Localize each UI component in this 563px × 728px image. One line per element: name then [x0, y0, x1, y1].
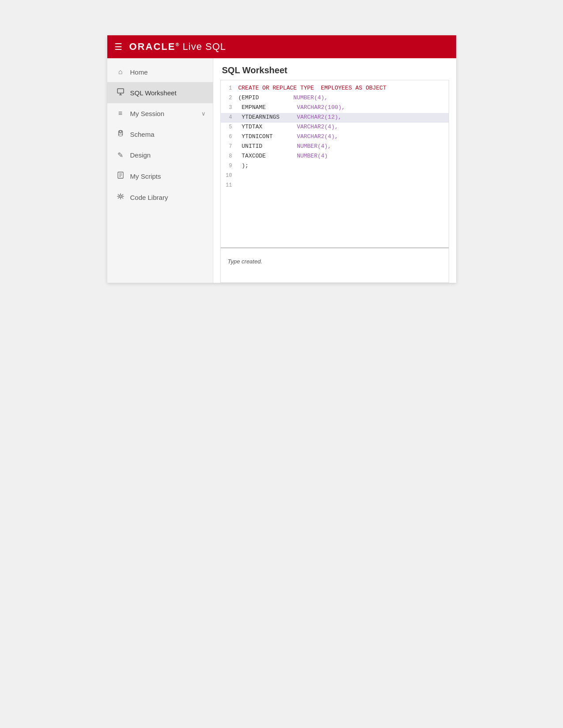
- line-content-1: CREATE OR REPLACE TYPE EMPLOYEES AS OBJE…: [237, 84, 449, 93]
- sidebar-item-my-scripts[interactable]: My Scripts: [107, 165, 213, 187]
- sidebar-item-home[interactable]: ⌂ Home: [107, 62, 213, 82]
- session-icon: ≡: [116, 109, 125, 117]
- svg-line-18: [117, 194, 119, 195]
- content-header: SQL Worksheet: [213, 58, 456, 80]
- code-line-2: 2 (EMPID NUMBER(4),: [221, 94, 449, 103]
- logo-oracle: ORACLE: [129, 41, 176, 52]
- line-num-10: 10: [221, 171, 237, 180]
- output-text: Type created.: [228, 258, 263, 265]
- content-area: SQL Worksheet 1 CREATE OR REPLACE TYPE E…: [213, 58, 456, 283]
- code-line-7: 7 UNITID NUMBER(4),: [221, 142, 449, 152]
- line-num-5: 5: [221, 123, 237, 131]
- design-icon: ✎: [116, 151, 125, 159]
- code-line-3: 3 EMPNAME VARCHAR2(100),: [221, 103, 449, 113]
- line-num-2: 2: [221, 94, 237, 102]
- code-line-6: 6 YTDNICONT VARCHAR2(4),: [221, 132, 449, 142]
- line-num-1: 1: [221, 84, 237, 93]
- code-library-icon: [116, 193, 125, 202]
- line-content-6: YTDNICONT VARCHAR2(4),: [237, 132, 449, 142]
- home-icon: ⌂: [116, 68, 125, 76]
- logo-registered: ®: [175, 42, 179, 47]
- sidebar-item-home-label: Home: [130, 68, 148, 76]
- scripts-icon: [116, 172, 125, 180]
- line-content-9: );: [237, 161, 449, 171]
- svg-line-20: [121, 194, 123, 195]
- svg-line-21: [117, 197, 119, 199]
- line-content-2: (EMPID NUMBER(4),: [237, 94, 449, 103]
- monitor-icon: [116, 88, 125, 97]
- sidebar-item-my-session-label: My Session: [130, 110, 165, 117]
- app-container: ☰ ORACLE® Live SQL ⌂ Home SQL Workshe: [107, 35, 456, 283]
- output-area: Type created.: [220, 248, 449, 283]
- line-content-5: YTDTAX VARCHAR2(4),: [237, 123, 449, 132]
- editor-filler: [221, 191, 449, 244]
- code-line-4: 4 YTDEARNINGS VARCHAR2(12),: [221, 113, 449, 123]
- app-logo: ORACLE® Live SQL: [129, 41, 227, 53]
- logo-live-sql: Live SQL: [180, 41, 227, 52]
- page-title: SQL Worksheet: [222, 65, 287, 75]
- sidebar-item-code-library[interactable]: Code Library: [107, 187, 213, 208]
- sidebar-item-sql-worksheet-label: SQL Worksheet: [130, 89, 177, 97]
- sidebar-item-sql-worksheet[interactable]: SQL Worksheet: [107, 82, 213, 103]
- sidebar: ⌂ Home SQL Worksheet ≡ My Session ∨: [107, 58, 213, 283]
- code-line-8: 8 TAXCODE NUMBER(4): [221, 152, 449, 161]
- line-num-3: 3: [221, 103, 237, 112]
- line-content-7: UNITID NUMBER(4),: [237, 142, 449, 151]
- code-line-9: 9 );: [221, 161, 449, 171]
- app-header: ☰ ORACLE® Live SQL: [107, 35, 456, 58]
- sql-editor[interactable]: 1 CREATE OR REPLACE TYPE EMPLOYEES AS OB…: [220, 80, 449, 248]
- code-line-10: 10: [221, 171, 449, 181]
- schema-icon: [116, 130, 125, 139]
- svg-rect-0: [117, 89, 124, 93]
- svg-point-13: [120, 196, 121, 197]
- line-num-4: 4: [221, 113, 237, 122]
- sidebar-item-my-scripts-label: My Scripts: [130, 173, 161, 180]
- line-num-6: 6: [221, 132, 237, 141]
- code-line-1: 1 CREATE OR REPLACE TYPE EMPLOYEES AS OB…: [221, 84, 449, 94]
- line-num-9: 9: [221, 161, 237, 170]
- line-num-11: 11: [221, 181, 237, 190]
- sidebar-item-schema[interactable]: Schema: [107, 124, 213, 145]
- line-content-8: TAXCODE NUMBER(4): [237, 152, 449, 161]
- code-editor-body[interactable]: 1 CREATE OR REPLACE TYPE EMPLOYEES AS OB…: [221, 80, 449, 247]
- sidebar-item-schema-label: Schema: [130, 131, 155, 138]
- sidebar-item-design[interactable]: ✎ Design: [107, 145, 213, 165]
- line-content-3: EMPNAME VARCHAR2(100),: [237, 103, 449, 113]
- code-line-11: 11: [221, 181, 449, 191]
- code-line-5: 5 YTDTAX VARCHAR2(4),: [221, 123, 449, 132]
- hamburger-icon[interactable]: ☰: [114, 41, 122, 52]
- svg-line-19: [121, 197, 123, 199]
- sidebar-item-code-library-label: Code Library: [130, 194, 168, 201]
- main-layout: ⌂ Home SQL Worksheet ≡ My Session ∨: [107, 58, 456, 283]
- line-num-7: 7: [221, 142, 237, 151]
- svg-point-7: [118, 134, 122, 136]
- chevron-down-icon: ∨: [201, 110, 206, 117]
- line-num-8: 8: [221, 152, 237, 161]
- line-content-4: YTDEARNINGS VARCHAR2(12),: [237, 113, 449, 122]
- sidebar-item-design-label: Design: [130, 151, 151, 159]
- sidebar-item-my-session[interactable]: ≡ My Session ∨: [107, 103, 213, 124]
